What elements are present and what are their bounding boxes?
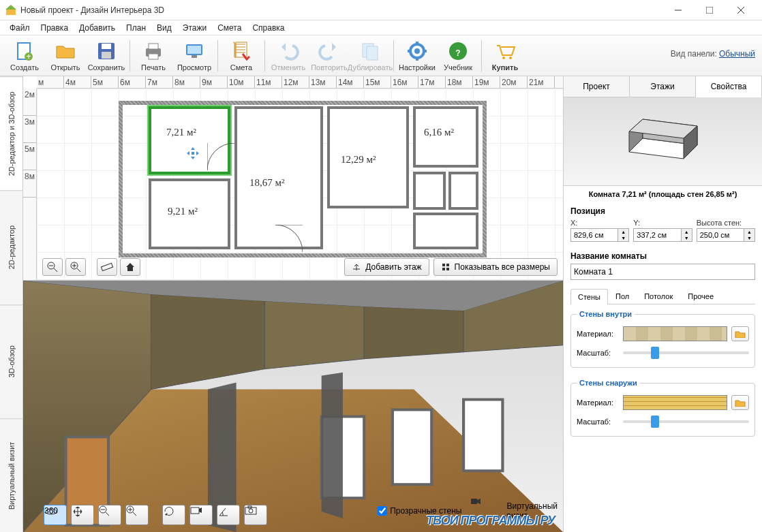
panel-mode-label: Вид панели: Обычный (671, 49, 755, 59)
material-label-2: Материал: (577, 398, 619, 407)
svg-marker-33 (187, 151, 189, 155)
subtab-floor[interactable]: Пол (608, 288, 637, 304)
folder-icon (735, 398, 746, 407)
svg-marker-53 (151, 294, 265, 390)
save-button[interactable]: Сохранить (86, 37, 127, 75)
svg-rect-13 (149, 44, 158, 49)
rotate-button[interactable] (162, 505, 185, 525)
home-button[interactable] (120, 258, 140, 276)
camera-icon (471, 497, 504, 525)
menu-add[interactable]: Добавить (74, 22, 121, 34)
create-button[interactable]: +Создать (4, 37, 45, 75)
svg-marker-1 (5, 5, 16, 10)
panel-mode-link[interactable]: Обычный (719, 49, 755, 59)
transparent-walls-checkbox[interactable]: Прозрачные стены (378, 506, 461, 516)
toolbar: +Создать Открыть Сохранить Печать Просмо… (0, 35, 762, 76)
room-label-2: 18,67 м² (249, 177, 285, 189)
svg-marker-34 (196, 151, 199, 155)
minimize-button[interactable] (662, 0, 694, 20)
outside-scale-slider[interactable] (623, 414, 749, 429)
x-label: X: (570, 219, 629, 227)
menu-estimate[interactable]: Смета (212, 22, 247, 34)
estimate-button[interactable]: Смета (221, 37, 262, 75)
svg-line-42 (77, 268, 80, 272)
titlebar: Новый проект - Дизайн Интерьера 3D (0, 0, 762, 20)
open-button[interactable]: Открыть (45, 37, 86, 75)
svg-marker-32 (191, 157, 195, 159)
svg-text:+: + (26, 52, 31, 61)
room-name-input[interactable] (570, 264, 755, 280)
vtab-virtual[interactable]: Виртуальный визит (0, 418, 22, 532)
maximize-button[interactable] (694, 0, 725, 20)
vtab-3d[interactable]: 3D-обзор (0, 304, 22, 418)
rtab-project[interactable]: Проект (564, 76, 630, 97)
material-label: Материал: (577, 330, 619, 338)
zoom-out-3d-button[interactable] (98, 505, 121, 525)
svg-rect-20 (367, 46, 378, 60)
rtab-floors[interactable]: Этажи (630, 76, 696, 97)
app-icon (5, 5, 16, 16)
x-input[interactable]: ▲▼ (570, 228, 629, 242)
rtab-properties[interactable]: Свойства (696, 76, 762, 97)
subtab-ceiling[interactable]: Потолок (637, 288, 680, 304)
camera-button[interactable] (189, 505, 213, 525)
view-3d[interactable]: 360 Прозрачные стены Виртуальный визит (23, 281, 563, 532)
inside-material-swatch[interactable] (623, 326, 727, 341)
show-dimensions-button[interactable]: Показывать все размеры (433, 258, 558, 276)
virtual-visit-button[interactable]: Виртуальный визит (471, 497, 558, 525)
svg-point-22 (414, 48, 420, 54)
measure-button[interactable] (97, 258, 117, 276)
add-floor-button[interactable]: Добавить этаж (344, 258, 429, 276)
print-button[interactable]: Печать (133, 37, 174, 75)
redo-button[interactable]: Повторить (309, 37, 350, 75)
angle-button[interactable] (217, 505, 240, 525)
dimensions-icon (441, 262, 451, 272)
room-3d-preview (564, 97, 762, 186)
orbit-360-button[interactable]: 360 (44, 505, 67, 525)
settings-button[interactable]: Настройки (397, 37, 438, 75)
snapshot-button[interactable] (244, 505, 267, 525)
y-label: Y: (633, 219, 692, 227)
inside-material-browse[interactable] (731, 326, 749, 341)
move-handle-icon[interactable] (187, 147, 199, 159)
outside-material-swatch[interactable] (623, 395, 727, 410)
pan-button[interactable] (71, 505, 94, 525)
menu-edit[interactable]: Правка (35, 22, 74, 34)
zoom-in-3d-button[interactable] (125, 505, 149, 525)
walls-inside-group: Стены внутри Материал: Масштаб: (570, 310, 755, 368)
plan-canvas[interactable]: 7,21 м² 18,67 м² 12,29 м² 6,16 м² 9,21 м… (37, 89, 563, 280)
svg-rect-74 (191, 507, 199, 514)
subtab-walls[interactable]: Стены (570, 289, 608, 304)
y-input[interactable]: ▲▼ (633, 228, 692, 242)
svg-rect-49 (442, 268, 445, 270)
outside-material-browse[interactable] (731, 395, 749, 410)
zoom-out-button[interactable] (42, 258, 63, 276)
menu-plan[interactable]: План (121, 22, 151, 34)
vtab-2d[interactable]: 2D-редактор (0, 190, 22, 304)
svg-marker-63 (322, 373, 343, 518)
room-label-1: 7,21 м² (166, 127, 196, 138)
plan-2d-view[interactable]: м4м5м6м7м8м9м10м11м12м13м14м15м16м17м18м… (23, 76, 563, 281)
svg-marker-54 (264, 301, 364, 369)
tutorial-button[interactable]: ?Учебник (438, 37, 478, 75)
zoom-in-button[interactable] (65, 258, 86, 276)
folder-icon (735, 330, 746, 338)
menu-floors[interactable]: Этажи (177, 22, 212, 34)
svg-rect-0 (6, 9, 16, 15)
svg-rect-35 (192, 152, 194, 155)
svg-marker-55 (364, 307, 463, 359)
subtab-other[interactable]: Прочее (680, 288, 721, 304)
inside-scale-slider[interactable] (623, 345, 749, 360)
buy-button[interactable]: Купить (485, 37, 525, 75)
undo-button[interactable]: Отменить (268, 37, 309, 75)
close-button[interactable] (725, 0, 757, 20)
height-input[interactable]: ▲▼ (697, 228, 755, 242)
duplicate-button[interactable]: Дублировать (350, 37, 391, 75)
preview-button[interactable]: Просмотр (174, 37, 215, 75)
menu-view[interactable]: Вид (151, 22, 177, 34)
room-info-label: Комната 7,21 м² (площадь стен 26,85 м²) (564, 186, 762, 202)
menu-file[interactable]: Файл (4, 22, 35, 34)
vtab-2d-3d[interactable]: 2D-редактор и 3D-обзор (0, 76, 22, 190)
menu-help[interactable]: Справка (247, 22, 290, 34)
menubar: Файл Правка Добавить План Вид Этажи Смет… (0, 20, 762, 35)
